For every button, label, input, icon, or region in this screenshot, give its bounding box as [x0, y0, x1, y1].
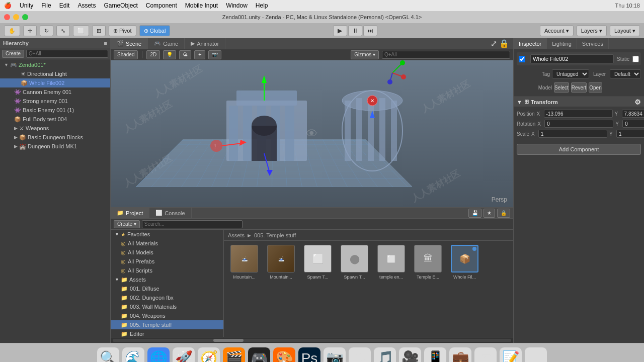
dock-photoshop[interactable]: Ps — [298, 347, 321, 363]
sidebar-001-diffuse[interactable]: 📁 001. Diffuse — [111, 284, 223, 293]
revert-btn[interactable]: Revert — [571, 82, 587, 93]
dock-finder[interactable]: 🔍 — [97, 347, 120, 363]
minimize-button[interactable] — [13, 14, 19, 20]
menu-help[interactable]: Help — [256, 2, 268, 9]
open-btn[interactable]: Open — [589, 82, 602, 93]
rect-tool[interactable]: ⬜ — [73, 25, 89, 36]
assets-section[interactable]: ▼ 📁 Assets — [111, 275, 223, 284]
dock-finder2[interactable]: 💼 — [449, 347, 472, 363]
hierarchy-item-basic-enemy[interactable]: 👾 Basic Enemy 001 (1) — [0, 106, 110, 115]
hand-tool[interactable]: ✋ — [4, 25, 20, 36]
sidebar-002-dungeon[interactable]: 📁 002. Dungeon fbx — [111, 293, 223, 302]
transform-section-header[interactable]: ▼ ⊞ Transform ⚙ — [514, 97, 644, 107]
hierarchy-item-weapons[interactable]: ▶ ⚔ Weapons — [0, 124, 110, 133]
tag-dropdown[interactable]: Untagged — [552, 69, 589, 78]
scale-tool[interactable]: ⤡ — [56, 25, 70, 36]
scale-y-field[interactable] — [616, 130, 644, 138]
hierarchy-options[interactable]: ≡ — [104, 40, 107, 46]
maximize-viewport[interactable]: ⤢ — [491, 39, 497, 48]
menu-mobile-input[interactable]: Mobile Input — [185, 2, 218, 9]
gizmos-btn[interactable]: Gizmos ▾ — [351, 50, 379, 59]
tab-animator[interactable]: ▶ Animator — [185, 38, 225, 49]
project-create-btn[interactable]: Create ▾ — [114, 220, 140, 228]
hierarchy-item-whole-file002[interactable]: 📦 Whole File002 — [0, 78, 110, 87]
pos-x-field[interactable] — [544, 110, 613, 118]
sidebar-004-weapons[interactable]: 📁 004. Weapons — [111, 311, 223, 320]
step-button[interactable]: ⏭ — [363, 25, 377, 36]
maximize-button[interactable] — [22, 14, 28, 20]
menu-window[interactable]: Window — [226, 2, 248, 9]
asset-mountain-1[interactable]: 🗻 Mountain... — [228, 245, 261, 280]
menu-file[interactable]: File — [41, 2, 51, 9]
layers-button[interactable]: Layers ▾ — [577, 25, 607, 36]
asset-whole-file[interactable]: 📦 Whole Fil... — [448, 245, 481, 280]
sidebar-all-models[interactable]: ◎ All Models — [111, 248, 223, 257]
skybox-btn[interactable]: 🌤 — [179, 50, 191, 59]
viewport-search[interactable] — [382, 51, 510, 59]
pivot-button[interactable]: ⊕ Pivot — [109, 25, 136, 36]
select-btn[interactable]: Select — [554, 82, 569, 93]
asset-temple-en[interactable]: ⬜ temple en... — [375, 245, 408, 280]
tab-services[interactable]: Services — [577, 38, 609, 49]
dock-trash[interactable]: 🗑 — [524, 347, 547, 363]
breadcrumb-assets[interactable]: Assets — [228, 232, 245, 238]
dock-chrome[interactable]: 🌐 — [147, 347, 170, 363]
menu-unity[interactable]: Unity — [20, 2, 33, 9]
tab-inspector[interactable]: Inspector — [514, 38, 547, 49]
rot-y-field[interactable] — [622, 120, 644, 128]
sidebar-005-temple[interactable]: 📁 005. Temple stuff — [111, 320, 223, 329]
sidebar-all-prefabs[interactable]: ◎ All Prefabs — [111, 257, 223, 266]
transform-tool[interactable]: ⊞ — [92, 25, 106, 36]
hierarchy-item-cannon-enemy[interactable]: 👾 Cannon Enemy 001 — [0, 87, 110, 97]
project-star-btn[interactable]: ★ — [484, 209, 495, 218]
pos-y-field[interactable] — [622, 110, 644, 118]
hierarchy-create-btn[interactable]: Create — [2, 50, 24, 58]
menu-assets[interactable]: Assets — [77, 2, 96, 9]
menu-gameobject[interactable]: GameObject — [104, 2, 137, 9]
camera-btn[interactable]: 📷 — [208, 50, 221, 59]
hierarchy-item-full-body[interactable]: 📦 Full Body test 004 — [0, 115, 110, 124]
scene-viewport[interactable]: 人人素材社区 人人素材社区 人人素材社区 人人素材社区 人人素材社区 — [111, 60, 513, 207]
dock-unity[interactable]: 🎮 — [248, 347, 271, 363]
sidebar-editor[interactable]: 📁 Editor — [111, 329, 223, 337]
scale-x-field[interactable] — [538, 130, 607, 138]
object-name-field[interactable] — [530, 54, 614, 63]
shading-btn[interactable]: Shaded — [114, 50, 138, 59]
rotate-tool[interactable]: ↻ — [40, 25, 53, 36]
menu-edit[interactable]: Edit — [59, 2, 70, 9]
fx-btn[interactable]: ✦ — [194, 50, 205, 59]
dock-notes[interactable]: 📝 — [499, 347, 522, 363]
layout-button[interactable]: Layout ▾ — [610, 25, 640, 36]
tab-game[interactable]: 🎮 Game — [148, 38, 185, 49]
hierarchy-item-dungeon-build[interactable]: ▶ 🏰 Dungeon Build MK1 — [0, 142, 110, 151]
scrollbar-thumb[interactable] — [213, 339, 244, 342]
tab-lighting[interactable]: Lighting — [547, 38, 577, 49]
asset-spawn-1[interactable]: ⬜ Spawn T... — [301, 245, 334, 280]
object-active-toggle[interactable] — [519, 56, 525, 62]
hierarchy-search[interactable] — [26, 50, 108, 58]
favorites-section[interactable]: ▼ ★ Favorites — [111, 230, 223, 239]
rot-x-field[interactable] — [544, 120, 613, 128]
scrollbar-track[interactable] — [113, 339, 511, 342]
hierarchy-item-directional-light[interactable]: ☀ Directional Light — [0, 69, 110, 78]
lock-viewport[interactable]: 🔒 — [499, 39, 509, 48]
bottom-scrollbar[interactable] — [111, 337, 513, 343]
breadcrumb-folder[interactable]: 005. Temple stuff — [254, 232, 296, 238]
dock-music[interactable]: 🎵 — [373, 347, 396, 363]
static-toggle[interactable] — [632, 56, 639, 62]
hierarchy-item-zenda001[interactable]: ▼ 🎮 Zenda001* — [0, 60, 110, 69]
close-button[interactable] — [4, 14, 10, 20]
project-lock-btn[interactable]: 🔒 — [497, 209, 510, 218]
project-save-btn[interactable]: 💾 — [468, 209, 481, 218]
account-button[interactable]: Account ▾ — [540, 25, 574, 36]
dock-launchpad[interactable]: 🚀 — [172, 347, 195, 363]
sidebar-all-materials[interactable]: ◎ All Materials — [111, 239, 223, 248]
pause-button[interactable]: ⏸ — [348, 25, 362, 36]
hierarchy-item-strong-enemy[interactable]: 👾 Strong enemy 001 — [0, 97, 110, 106]
tab-project[interactable]: 📁 Project — [111, 208, 149, 219]
dock-vlc[interactable]: 🎬 — [222, 347, 246, 363]
dock-video[interactable]: 🎥 — [398, 347, 422, 363]
dock-quicktime[interactable]: 📱 — [424, 347, 447, 363]
dock-mail[interactable]: ✉ — [474, 347, 497, 363]
dock-safari[interactable]: 🧭 — [197, 347, 220, 363]
